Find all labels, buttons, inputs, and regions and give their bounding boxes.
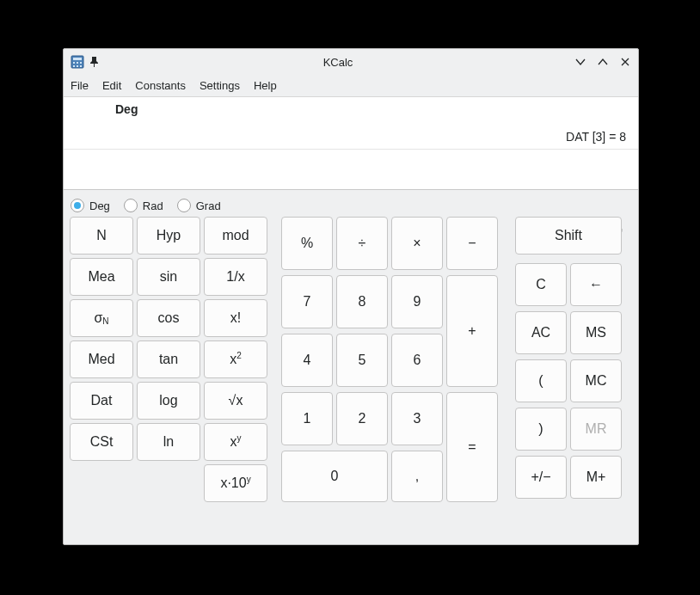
digit-2-button[interactable]: 2 [336,392,388,445]
mean-button[interactable]: Mea [70,258,133,296]
plus-minus-button[interactable]: +/− [515,456,567,499]
shift-button[interactable]: Shift [515,217,622,255]
svg-rect-4 [80,62,82,64]
digit-3-button[interactable]: 3 [391,392,443,445]
cst-button[interactable]: CSt [70,423,133,461]
digit-8-button[interactable]: 8 [336,275,388,328]
svg-rect-2 [73,62,75,64]
n-button[interactable]: N [70,217,133,255]
digit-0-button[interactable]: 0 [281,451,388,502]
menubar: File Edit Constants Settings Help [64,75,638,97]
hyp-button[interactable]: Hyp [137,217,200,255]
radio-grad[interactable] [177,199,191,212]
memory-store-button[interactable]: MS [570,311,622,354]
app-icon [71,55,84,69]
display-input [64,150,638,189]
square-button[interactable]: x2 [204,340,267,378]
radio-deg[interactable] [71,199,84,212]
svg-rect-7 [80,65,82,67]
menu-help[interactable]: Help [254,79,277,92]
decimal-button[interactable]: , [391,451,443,502]
menu-edit[interactable]: Edit [102,79,121,92]
pin-icon[interactable] [89,56,101,68]
keypad-area: N Hyp mod Mea sin 1/x σN cos x! Med tan … [70,217,632,523]
display-mode: Deg [64,97,638,126]
divide-button[interactable]: ÷ [336,217,388,270]
right-paren-button[interactable]: ) [515,408,567,451]
log-button[interactable]: log [137,382,200,420]
memory-clear-button[interactable]: MC [570,359,622,402]
mod-button[interactable]: mod [204,217,267,255]
menu-settings[interactable]: Settings [200,79,240,92]
radio-rad[interactable] [124,199,138,212]
sqrt-button[interactable]: √x [204,382,267,420]
subtract-button[interactable]: − [446,217,498,270]
radio-deg-label: Deg [89,199,110,212]
minimize-icon[interactable] [574,56,586,68]
x10y-button[interactable]: x·10y [204,464,267,502]
digit-4-button[interactable]: 4 [281,334,333,387]
factorial-button[interactable]: x! [204,299,267,337]
backspace-button[interactable]: ← [570,263,622,306]
maximize-icon[interactable] [597,56,609,68]
data-button[interactable]: Dat [70,382,133,420]
digit-5-button[interactable]: 5 [336,334,388,387]
ln-button[interactable]: ln [137,423,200,461]
multiply-button[interactable]: × [391,217,443,270]
memory-recall-button[interactable]: MR [570,408,622,451]
svg-rect-5 [73,65,75,67]
left-paren-button[interactable]: ( [515,359,567,402]
equals-button[interactable]: = [446,392,498,502]
digit-6-button[interactable]: 6 [391,334,443,387]
menu-constants[interactable]: Constants [135,79,186,92]
median-button[interactable]: Med [70,340,133,378]
menu-file[interactable]: File [71,79,89,92]
percent-button[interactable]: % [281,217,333,270]
titlebar: KCalc [64,49,638,75]
window-title: KCalc [107,56,569,69]
svg-rect-1 [73,58,82,60]
display-result: DAT [3] = 8 [64,126,638,150]
angle-mode-row: Deg Rad Grad [64,190,638,219]
window-controls [574,56,631,68]
tan-button[interactable]: tan [137,340,200,378]
add-button[interactable]: + [446,275,498,387]
power-button[interactable]: xy [204,423,267,461]
radio-rad-label: Rad [143,199,163,212]
memory-add-button[interactable]: M+ [570,456,622,499]
digit-1-button[interactable]: 1 [281,392,333,445]
close-icon[interactable] [619,56,631,68]
clear-button[interactable]: C [515,263,567,306]
svg-rect-3 [77,62,78,64]
svg-rect-6 [77,65,78,67]
display: Deg DAT [3] = 8 [64,97,638,190]
cos-button[interactable]: cos [137,299,200,337]
radio-grad-label: Grad [196,199,221,212]
sin-button[interactable]: sin [137,258,200,296]
allclear-button[interactable]: AC [515,311,567,354]
sigma-button[interactable]: σN [70,299,133,337]
digit-9-button[interactable]: 9 [391,275,443,328]
digit-7-button[interactable]: 7 [281,275,333,328]
reciprocal-button[interactable]: 1/x [204,258,267,296]
